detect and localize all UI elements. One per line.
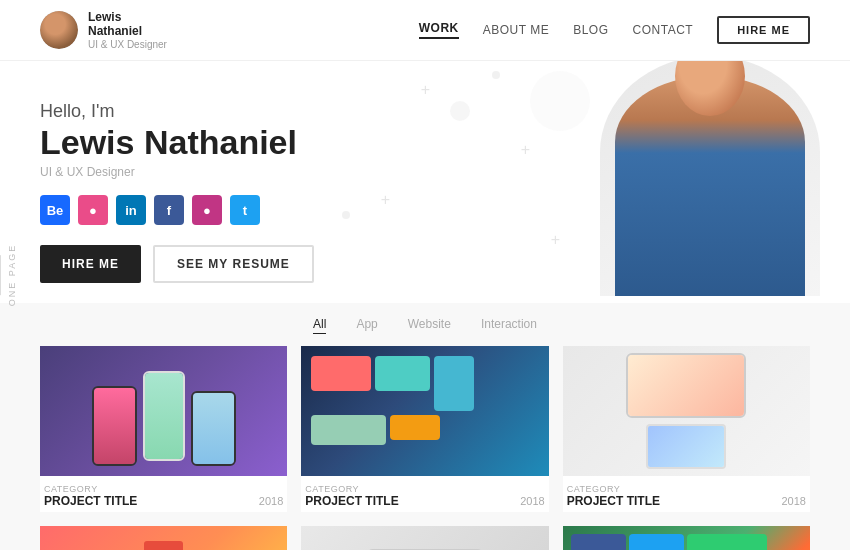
nav-link-blog[interactable]: BLOG bbox=[573, 23, 608, 37]
phone-screen-2 bbox=[145, 373, 183, 459]
social-mockup bbox=[563, 526, 810, 550]
hero-person-illustration bbox=[600, 61, 820, 296]
watch-band-top bbox=[144, 541, 183, 550]
avatar bbox=[40, 11, 78, 49]
mock-screen bbox=[628, 355, 744, 416]
filter-website[interactable]: Website bbox=[408, 317, 451, 334]
portfolio-thumb-6 bbox=[563, 526, 810, 550]
portfolio-title-1: PROJECT TITLE bbox=[44, 494, 137, 508]
soc-card-2 bbox=[629, 534, 684, 550]
portfolio-thumb-5 bbox=[301, 526, 548, 550]
navbar: LewisNathaniel UI & UX Designer WORK ABO… bbox=[0, 0, 850, 61]
social-instagram[interactable]: ● bbox=[192, 195, 222, 225]
hero-name: Lewis Nathaniel bbox=[40, 124, 314, 161]
nav-hire-button[interactable]: HIRE ME bbox=[717, 16, 810, 44]
nav-link-work[interactable]: WORK bbox=[419, 21, 459, 39]
portfolio-title-3: PROJECT TITLE bbox=[567, 494, 660, 508]
side-line-decoration bbox=[0, 255, 1, 295]
portfolio-thumb-2 bbox=[301, 346, 548, 476]
social-behance[interactable]: Be bbox=[40, 195, 70, 225]
social-facebook[interactable]: f bbox=[154, 195, 184, 225]
person-head bbox=[675, 61, 745, 116]
dashboard-mockup bbox=[301, 346, 548, 476]
portfolio-thumb-1 bbox=[40, 346, 287, 476]
portfolio-year-1: 2018 bbox=[259, 495, 283, 507]
dash-card-2 bbox=[375, 356, 430, 391]
nav-brand: LewisNathaniel UI & UX Designer bbox=[40, 10, 167, 50]
portfolio-year-3: 2018 bbox=[782, 495, 806, 507]
portfolio-title-2: PROJECT TITLE bbox=[305, 494, 398, 508]
see-resume-button[interactable]: SEE MY RESUME bbox=[153, 245, 314, 283]
dash-card-5 bbox=[390, 415, 440, 440]
deco-dot-small bbox=[342, 211, 350, 219]
deco-plus-3: + bbox=[381, 191, 390, 209]
portfolio-item-6[interactable]: CATEGORY PROJECT TITLE 2018 bbox=[563, 526, 810, 550]
watch-mockup bbox=[40, 526, 287, 550]
portfolio-item-4[interactable]: CATEGORY PROJECT TITLE 2018 bbox=[40, 526, 287, 550]
portfolio-grid: CATEGORY PROJECT TITLE 2018 CATEGORY bbox=[0, 346, 850, 550]
portfolio-item-1[interactable]: CATEGORY PROJECT TITLE 2018 bbox=[40, 346, 287, 512]
dash-card-3 bbox=[434, 356, 474, 411]
hero-buttons: HIRE ME SEE MY RESUME bbox=[40, 245, 314, 283]
brand-name: LewisNathaniel bbox=[88, 10, 167, 39]
brand-role: UI & UX Designer bbox=[88, 39, 167, 50]
dash-card-4 bbox=[311, 415, 386, 445]
soc-stack bbox=[629, 534, 684, 550]
filter-all[interactable]: All bbox=[313, 317, 326, 334]
hero-left: Hello, I'm Lewis Nathaniel UI & UX Desig… bbox=[40, 91, 314, 283]
soc-card-4 bbox=[687, 534, 767, 550]
portfolio-item-5[interactable]: CATEGORY PROJECT TITLE 2018 bbox=[301, 526, 548, 550]
social-linkedin[interactable]: in bbox=[116, 195, 146, 225]
portfolio-item-2[interactable]: CATEGORY PROJECT TITLE 2018 bbox=[301, 346, 548, 512]
portfolio-category-3: CATEGORY bbox=[567, 484, 806, 494]
portfolio-category-2: CATEGORY bbox=[305, 484, 544, 494]
phone-1 bbox=[92, 386, 137, 466]
deco-plus-5: + bbox=[551, 231, 560, 249]
phone-2 bbox=[143, 371, 185, 461]
portfolio-thumb-3 bbox=[563, 346, 810, 476]
portfolio-meta-1: CATEGORY PROJECT TITLE 2018 bbox=[40, 476, 287, 512]
hero-greeting: Hello, I'm bbox=[40, 101, 314, 122]
phone-3 bbox=[191, 391, 236, 466]
hire-me-button[interactable]: HIRE ME bbox=[40, 245, 141, 283]
portfolio-item-3[interactable]: CATEGORY PROJECT TITLE 2018 bbox=[563, 346, 810, 512]
tablet-mockup bbox=[301, 526, 548, 550]
social-twitter[interactable]: t bbox=[230, 195, 260, 225]
social-icons: Be ● in f ● t bbox=[40, 195, 314, 225]
brand-text: LewisNathaniel UI & UX Designer bbox=[88, 10, 167, 50]
nav-link-about[interactable]: ABOUT ME bbox=[483, 23, 549, 37]
hero-section: + + + + + Hello, I'm Lewis Nathaniel UI … bbox=[0, 61, 850, 303]
hero-role: UI & UX Designer bbox=[40, 165, 314, 179]
social-dribbble[interactable]: ● bbox=[78, 195, 108, 225]
deco-circle-2 bbox=[450, 101, 470, 121]
deco-plus-1: + bbox=[421, 81, 430, 99]
phone-screen-1 bbox=[94, 388, 135, 464]
portfolio-year-2: 2018 bbox=[520, 495, 544, 507]
phone-mockup bbox=[40, 346, 287, 476]
phone-screen-3 bbox=[193, 393, 234, 464]
deco-dot-small-2 bbox=[492, 71, 500, 79]
filter-app[interactable]: App bbox=[356, 317, 377, 334]
mock-small-screen bbox=[648, 426, 724, 467]
nav-links: WORK ABOUT ME BLOG CONTACT HIRE ME bbox=[419, 16, 810, 44]
nav-link-contact[interactable]: CONTACT bbox=[633, 23, 694, 37]
deco-plus-2: + bbox=[521, 141, 530, 159]
filter-bar: All App Website Interaction bbox=[0, 317, 850, 346]
avatar-image bbox=[40, 11, 78, 49]
soc-card-1 bbox=[571, 534, 626, 550]
side-label-text: One page bbox=[7, 244, 17, 306]
mock-small bbox=[646, 424, 726, 469]
portfolio-meta-3: CATEGORY PROJECT TITLE 2018 bbox=[563, 476, 810, 512]
portfolio-meta-2: CATEGORY PROJECT TITLE 2018 bbox=[301, 476, 548, 512]
deco-circle-1 bbox=[530, 71, 590, 131]
portfolio-title-row-3: PROJECT TITLE 2018 bbox=[567, 494, 806, 508]
portfolio-title-row-1: PROJECT TITLE 2018 bbox=[44, 494, 283, 508]
portfolio-title-row-2: PROJECT TITLE 2018 bbox=[305, 494, 544, 508]
dash-card-1 bbox=[311, 356, 371, 391]
side-label: One page bbox=[0, 244, 27, 306]
portfolio-thumb-4 bbox=[40, 526, 287, 550]
portfolio-section: All App Website Interaction bbox=[0, 303, 850, 550]
person-body bbox=[615, 76, 805, 296]
portfolio-category-1: CATEGORY bbox=[44, 484, 283, 494]
filter-interaction[interactable]: Interaction bbox=[481, 317, 537, 334]
